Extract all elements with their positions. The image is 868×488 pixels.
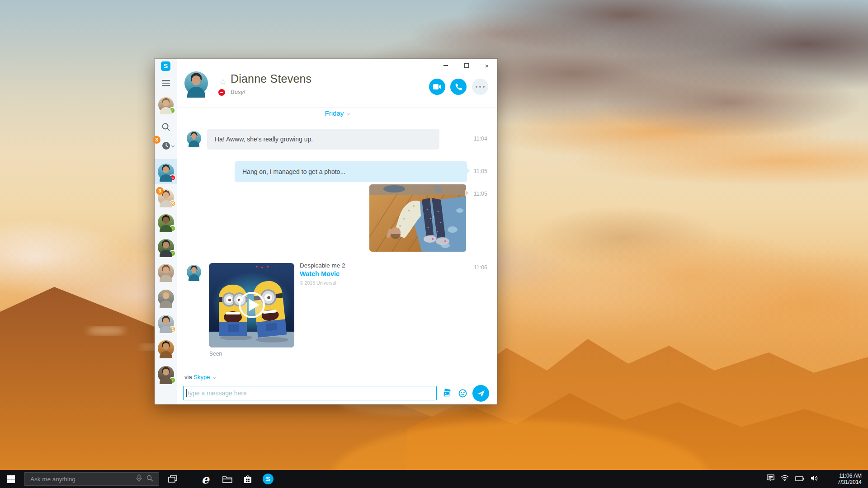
favorite-star-icon[interactable]: ☆ bbox=[219, 77, 226, 86]
more-options-button[interactable] bbox=[472, 79, 488, 95]
recents-button[interactable]: 3 bbox=[155, 138, 177, 153]
status-away-icon bbox=[169, 326, 176, 333]
windows-logo-icon bbox=[7, 475, 15, 483]
search-glyph-icon[interactable] bbox=[146, 475, 153, 483]
close-button[interactable]: × bbox=[480, 61, 494, 70]
read-receipt: Seen bbox=[209, 351, 222, 357]
contact-avatar-7[interactable] bbox=[158, 315, 174, 331]
status-online-icon bbox=[169, 377, 176, 384]
status-online-icon bbox=[169, 250, 176, 257]
battery-icon[interactable] bbox=[795, 475, 804, 483]
skype-window: S 3 3 bbox=[155, 59, 497, 404]
busy-status-icon bbox=[218, 89, 225, 96]
status-online-icon bbox=[169, 225, 176, 232]
watch-movie-link[interactable]: Watch Movie bbox=[300, 270, 340, 277]
wifi-icon[interactable] bbox=[781, 475, 789, 483]
volume-icon[interactable] bbox=[811, 475, 818, 483]
maximize-button[interactable] bbox=[459, 61, 474, 70]
sidebar-rail: S 3 3 bbox=[155, 59, 177, 404]
self-status-online-icon bbox=[169, 107, 175, 114]
status-away-icon bbox=[169, 200, 176, 207]
send-button[interactable] bbox=[472, 385, 489, 402]
clock-date: 7/31/2014 bbox=[838, 479, 862, 485]
contact-name: Dianne Stevens bbox=[231, 72, 311, 85]
via-network-link[interactable]: Skype bbox=[193, 374, 210, 380]
share-photo-button[interactable] bbox=[442, 389, 452, 399]
text-caret bbox=[186, 389, 187, 397]
contact-avatar-4[interactable] bbox=[158, 239, 174, 255]
message-time: 11:06 bbox=[460, 264, 487, 271]
video-call-button[interactable] bbox=[429, 79, 445, 95]
mood-message: Busy! bbox=[231, 89, 245, 95]
window-titlebar[interactable]: × bbox=[177, 59, 497, 72]
voice-call-button[interactable] bbox=[450, 79, 467, 95]
message-time: 11:04 bbox=[460, 136, 487, 142]
task-view-button[interactable] bbox=[164, 470, 182, 488]
skype-logo: S bbox=[161, 61, 170, 71]
taskbar: e S 11:06 AM 7/31/2014 bbox=[0, 470, 868, 488]
menu-button[interactable] bbox=[162, 80, 170, 86]
contact-unread-badge: 3 bbox=[156, 187, 164, 195]
status-busy-icon bbox=[169, 174, 176, 181]
outgoing-message: Hang on, I managed to get a photo... bbox=[235, 161, 467, 182]
internet-explorer-icon[interactable]: e bbox=[196, 470, 214, 488]
date-chevron-icon bbox=[347, 112, 350, 115]
system-tray bbox=[767, 470, 818, 488]
recents-chevron-icon bbox=[171, 144, 175, 147]
message-time: 11:05 bbox=[460, 191, 487, 197]
recents-unread-badge: 3 bbox=[153, 136, 160, 144]
file-explorer-icon[interactable] bbox=[218, 470, 236, 488]
microphone-icon[interactable] bbox=[136, 474, 142, 484]
conversation-avatar[interactable] bbox=[184, 71, 208, 95]
contact-avatar-6[interactable] bbox=[158, 290, 174, 306]
video-thumbnail[interactable] bbox=[209, 263, 294, 347]
via-network-selector[interactable]: via Skype bbox=[184, 374, 216, 380]
contact-avatar-2[interactable]: 3 bbox=[158, 189, 174, 206]
action-center-icon[interactable] bbox=[767, 474, 774, 483]
contact-avatar-9[interactable] bbox=[158, 366, 174, 382]
message-input[interactable] bbox=[183, 386, 437, 400]
emoticon-button[interactable] bbox=[458, 389, 467, 399]
contact-avatar-5[interactable] bbox=[158, 264, 174, 280]
desktop: S 3 3 bbox=[0, 0, 868, 488]
message-time: 11:05 bbox=[460, 168, 487, 174]
contact-avatar-8[interactable] bbox=[158, 340, 174, 357]
search-icon[interactable] bbox=[161, 122, 170, 131]
start-button[interactable] bbox=[0, 470, 22, 488]
message-avatar[interactable] bbox=[187, 265, 201, 279]
video-card-copyright: © 2015 Universal bbox=[300, 280, 336, 286]
header-divider bbox=[177, 108, 497, 108]
via-chevron-icon bbox=[213, 376, 216, 379]
incoming-message: Ha! Awww, she's really growing up. bbox=[207, 129, 439, 150]
message-avatar[interactable] bbox=[187, 131, 201, 145]
date-divider[interactable]: Friday bbox=[177, 109, 497, 117]
photo-message[interactable] bbox=[369, 184, 466, 252]
minimize-button[interactable] bbox=[439, 61, 453, 70]
taskbar-search-input[interactable] bbox=[25, 476, 136, 483]
recents-clock-icon bbox=[162, 141, 170, 152]
contact-avatar-dianne[interactable] bbox=[158, 164, 174, 180]
windows-store-icon[interactable] bbox=[239, 470, 257, 488]
taskbar-clock[interactable]: 11:06 AM 7/31/2014 bbox=[838, 470, 862, 488]
cortana-search-box[interactable] bbox=[24, 472, 159, 486]
video-card-title: Despicable me 2 bbox=[300, 262, 345, 269]
contact-avatar-3[interactable] bbox=[158, 214, 174, 230]
skype-taskbar-icon[interactable]: S bbox=[259, 470, 277, 488]
self-avatar[interactable] bbox=[158, 97, 174, 113]
clock-time: 11:06 AM bbox=[838, 473, 862, 479]
